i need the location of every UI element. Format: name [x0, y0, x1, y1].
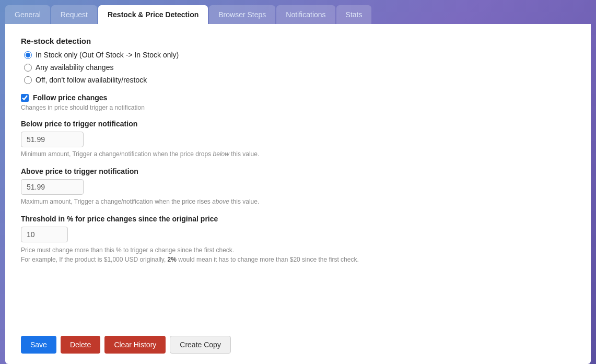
create-copy-button[interactable]: Create Copy [170, 336, 231, 354]
radio-any-avail-input[interactable] [24, 64, 32, 72]
threshold-helper-line2-suffix: would mean it has to change more than $2… [177, 256, 359, 263]
below-price-input[interactable] [21, 132, 84, 147]
below-price-helper-italic: below [213, 150, 229, 158]
content-area: Re-stock detection In Stock only (Out Of… [5, 24, 591, 364]
follow-price-checkbox[interactable] [21, 94, 29, 102]
button-bar: Save Delete Clear History Create Copy [21, 325, 575, 354]
follow-price-label[interactable]: Follow price changes [33, 93, 107, 102]
above-price-input[interactable] [21, 179, 84, 195]
follow-price-helper: Changes in price should trigger a notifi… [21, 104, 575, 111]
below-price-helper-prefix: Minimum amount, Trigger a change/notific… [21, 150, 213, 158]
below-price-section: Below price to trigger notification Mini… [21, 120, 575, 158]
radio-any-avail[interactable]: Any availability changes [24, 63, 575, 72]
restock-section-title: Re-stock detection [21, 37, 575, 45]
above-price-helper-prefix: Maximum amount, Trigger a change/notific… [21, 198, 212, 205]
radio-any-avail-label: Any availability changes [36, 63, 113, 72]
threshold-helper-line1: Price must change more than this % to tr… [21, 246, 234, 254]
tab-notifications[interactable]: Notifications [276, 5, 335, 24]
threshold-helper: Price must change more than this % to tr… [21, 245, 575, 264]
above-price-helper: Maximum amount, Trigger a change/notific… [21, 198, 575, 205]
above-price-label: Above price to trigger notification [21, 167, 575, 175]
threshold-section: Threshold in % for price changes since t… [21, 215, 575, 264]
threshold-helper-bold: 2% [168, 256, 177, 263]
clear-history-button[interactable]: Clear History [104, 336, 166, 354]
follow-price-row: Follow price changes [21, 93, 575, 102]
below-price-label: Below price to trigger notification [21, 120, 575, 128]
radio-in-stock[interactable]: In Stock only (Out Of Stock -> In Stock … [24, 51, 575, 59]
tab-restock[interactable]: Restock & Price Detection [98, 5, 208, 24]
radio-off[interactable]: Off, don't follow availability/restock [24, 76, 575, 84]
restock-radio-group: In Stock only (Out Of Stock -> In Stock … [24, 51, 575, 84]
below-price-helper: Minimum amount, Trigger a change/notific… [21, 150, 575, 158]
above-price-section: Above price to trigger notification Maxi… [21, 167, 575, 205]
threshold-input[interactable] [21, 227, 68, 242]
delete-button[interactable]: Delete [61, 336, 100, 354]
tab-browser-steps[interactable]: Browser Steps [209, 5, 275, 24]
threshold-label: Threshold in % for price changes since t… [21, 215, 575, 223]
radio-off-label: Off, don't follow availability/restock [36, 76, 147, 84]
radio-in-stock-label: In Stock only (Out Of Stock -> In Stock … [36, 51, 179, 59]
save-button[interactable]: Save [21, 336, 56, 354]
tab-request[interactable]: Request [51, 5, 97, 24]
radio-off-input[interactable] [24, 76, 32, 84]
tab-bar: General Request Restock & Price Detectio… [0, 0, 596, 24]
tab-stats[interactable]: Stats [336, 5, 372, 24]
radio-in-stock-input[interactable] [24, 51, 32, 59]
below-price-helper-suffix: this value. [229, 150, 259, 158]
above-price-helper-italic: above [212, 198, 229, 205]
tab-general[interactable]: General [5, 5, 50, 24]
threshold-helper-line2-prefix: For example, If the product is $1,000 US… [21, 256, 168, 263]
above-price-helper-suffix: this value. [229, 198, 259, 205]
